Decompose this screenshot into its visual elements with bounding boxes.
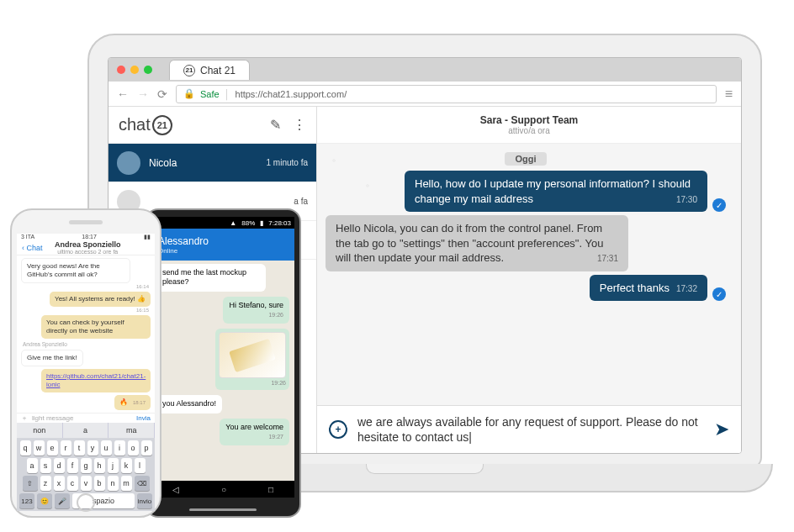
nav-home-icon[interactable]: ○ bbox=[221, 485, 226, 494]
message-time: 19:26 bbox=[219, 380, 286, 387]
message-text: 🔥 bbox=[119, 398, 128, 406]
keyboard-key[interactable]: q bbox=[20, 440, 31, 456]
message-text: Hi Stefano, sure bbox=[229, 301, 283, 309]
keyboard-key[interactable]: c bbox=[67, 476, 78, 491]
android-chat-header[interactable]: Alessandro Online bbox=[151, 229, 294, 261]
battery-text: 88% bbox=[241, 219, 255, 227]
message-text: You are welcome bbox=[225, 423, 283, 431]
keyboard-key[interactable]: f bbox=[67, 458, 78, 473]
keyboard-key[interactable]: ⇧ bbox=[23, 476, 38, 491]
message-bubble-incoming: Give me the link! bbox=[21, 350, 83, 366]
message-text: Hello, how do I update my personal infor… bbox=[415, 177, 691, 205]
keyboard-key[interactable]: w bbox=[34, 440, 45, 456]
android-message-list[interactable]: send me the last mockup please? Hi Stefa… bbox=[151, 261, 294, 481]
suggestion[interactable]: ma bbox=[109, 423, 155, 438]
tab-title: Chat 21 bbox=[200, 65, 236, 76]
keyboard-key[interactable]: x bbox=[54, 476, 65, 491]
browser-menu-icon[interactable]: ≡ bbox=[725, 87, 733, 102]
message-text: Hello Nicola, you can do it from the con… bbox=[336, 222, 603, 264]
keyboard-key[interactable]: s bbox=[40, 458, 51, 473]
android-statusbar: ▲ 88% ▮ 7:28:03 bbox=[151, 217, 294, 229]
keyboard-key[interactable]: 😊 bbox=[37, 493, 52, 508]
keyboard-key[interactable]: z bbox=[40, 476, 51, 491]
conversation-time: a fa bbox=[294, 197, 308, 206]
peer-info[interactable]: Andrea Sponziello ultimo accesso 2 ore f… bbox=[43, 240, 133, 255]
keyboard-key[interactable]: y bbox=[87, 440, 98, 456]
message-list[interactable]: Oggi Hello, how do I update my personal … bbox=[317, 144, 741, 405]
tab-favicon: 21 bbox=[183, 65, 195, 76]
lock-icon: 🔒 bbox=[183, 88, 195, 99]
safe-label: Safe bbox=[200, 89, 220, 99]
carrier-text: 3 ITA bbox=[21, 234, 34, 240]
keyboard-key[interactable]: d bbox=[54, 458, 65, 473]
keyboard-key[interactable]: ⌫ bbox=[135, 476, 150, 491]
keyboard-key[interactable]: u bbox=[101, 440, 112, 456]
conversation-item[interactable]: Nicola 1 minuto fa bbox=[109, 144, 316, 182]
nav-back-icon[interactable]: ← bbox=[117, 87, 129, 101]
keyboard-key[interactable]: o bbox=[128, 440, 139, 456]
composer-input[interactable]: we are always available for any request … bbox=[357, 414, 704, 445]
keyboard-key[interactable]: h bbox=[94, 458, 105, 473]
address-bar[interactable]: 🔒 Safe │ https://chat21.support.com/ bbox=[176, 85, 717, 103]
keyboard-key[interactable]: invio bbox=[137, 493, 152, 508]
keyboard-key[interactable]: 123 bbox=[19, 493, 34, 508]
keyboard-key[interactable]: m bbox=[121, 476, 132, 491]
message-bubble-outgoing: Yes! All systems are ready! 👍 bbox=[50, 292, 151, 307]
peer-status: attivo/a ora bbox=[508, 126, 549, 135]
keyboard-key[interactable]: a bbox=[27, 458, 38, 473]
nav-fwd-icon[interactable]: → bbox=[137, 87, 149, 101]
battery-icon: ▮▮ bbox=[144, 234, 151, 240]
home-button[interactable] bbox=[77, 493, 95, 512]
keyboard-key[interactable]: v bbox=[81, 476, 92, 491]
menu-kebab-icon[interactable]: ⋮ bbox=[293, 117, 306, 133]
composer-input[interactable]: light message bbox=[32, 414, 132, 422]
message-bubble-link[interactable]: https://github.com/chat21/chat21-ionic bbox=[41, 369, 151, 392]
keyboard-key[interactable]: e bbox=[47, 440, 58, 456]
keyboard-key[interactable]: t bbox=[74, 440, 85, 456]
delivered-check-icon: ✓ bbox=[712, 198, 726, 212]
image-thumbnail bbox=[219, 332, 286, 378]
keyboard-key[interactable]: r bbox=[61, 440, 71, 456]
suggestion[interactable]: a bbox=[63, 423, 109, 438]
brand-logo: chat 21 bbox=[119, 115, 172, 135]
send-button[interactable]: ➤ bbox=[714, 419, 729, 440]
keyboard-key[interactable]: 🎤 bbox=[55, 493, 70, 508]
attach-button[interactable]: ＋ bbox=[21, 413, 28, 423]
keyboard-key[interactable]: l bbox=[135, 458, 146, 473]
keyboard-key[interactable]: p bbox=[141, 440, 152, 456]
ios-statusbar: 3 ITA 18:17 ▮▮ bbox=[17, 234, 155, 240]
message-row: Hello Nicola, you can do it from the con… bbox=[326, 215, 726, 271]
peer-status: ultimo accesso 2 ore fa bbox=[43, 249, 133, 255]
keyboard-key[interactable]: k bbox=[121, 458, 132, 473]
message-bubble-outgoing: You are welcome 19:27 bbox=[220, 419, 289, 445]
keyboard-key[interactable]: b bbox=[94, 476, 105, 491]
message-text: Perfect thanks bbox=[600, 282, 670, 294]
keyboard-key[interactable]: g bbox=[81, 458, 92, 473]
window-min-dot[interactable] bbox=[130, 66, 139, 74]
send-button[interactable]: Invia bbox=[136, 414, 151, 422]
keyboard-key[interactable]: n bbox=[108, 476, 119, 491]
keyboard-key[interactable]: j bbox=[108, 458, 119, 473]
iphone-frame: 3 ITA 18:17 ▮▮ ‹ Chat Andrea Sponziello … bbox=[10, 208, 161, 518]
keyboard-suggestions: non a ma bbox=[17, 423, 155, 438]
compose-icon[interactable]: ✎ bbox=[270, 117, 281, 133]
message-bubble-incoming: send me the last mockup please? bbox=[156, 264, 266, 292]
laptop-notch bbox=[366, 464, 484, 474]
suggestion[interactable]: non bbox=[17, 423, 63, 438]
window-max-dot[interactable] bbox=[144, 66, 152, 74]
sidebar-header: chat 21 ✎ ⋮ bbox=[109, 107, 316, 144]
nav-recent-icon[interactable]: □ bbox=[268, 485, 273, 494]
attach-button[interactable]: + bbox=[329, 420, 347, 439]
keyboard-key[interactable]: i bbox=[114, 440, 125, 456]
conversation-header: Sara - Support Team attivo/a ora bbox=[317, 107, 741, 144]
composer: + we are always available for any reques… bbox=[317, 405, 741, 453]
back-button[interactable]: ‹ Chat bbox=[22, 244, 43, 252]
browser-tab[interactable]: 21 Chat 21 bbox=[169, 60, 250, 80]
ios-message-list[interactable]: Very good news! Are the GitHub's commit … bbox=[17, 255, 155, 413]
message-bubble-image[interactable]: 19:26 bbox=[215, 329, 289, 391]
nav-back-icon[interactable]: ◁ bbox=[172, 485, 179, 494]
window-close-dot[interactable] bbox=[117, 66, 125, 74]
iphone-screen: 3 ITA 18:17 ▮▮ ‹ Chat Andrea Sponziello … bbox=[17, 234, 155, 492]
peer-name: Alessandro bbox=[158, 235, 288, 247]
nav-reload-icon[interactable]: ⟳ bbox=[157, 87, 167, 101]
